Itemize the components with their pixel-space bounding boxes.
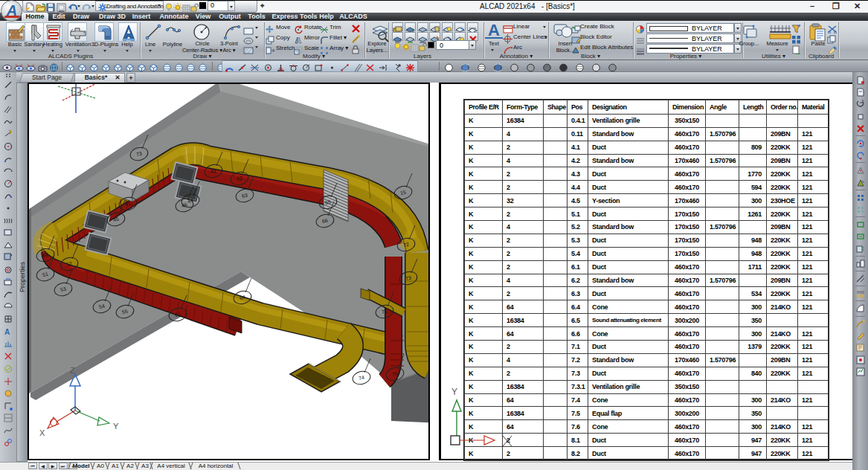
svg-text:74: 74 (358, 375, 364, 382)
svg-text:Y: Y (451, 387, 457, 397)
svg-text:X: X (39, 428, 45, 437)
svg-text:Z: Z (70, 366, 75, 375)
svg-text:A: A (4, 328, 10, 336)
svg-text:Y: Y (113, 422, 119, 431)
